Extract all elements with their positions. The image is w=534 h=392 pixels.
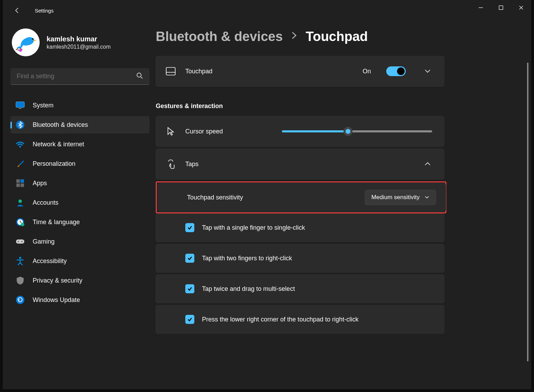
profile-email: kamlesh2011@gmail.com [47, 44, 111, 50]
svg-point-3 [19, 49, 22, 52]
option-label: Press the lower right corner of the touc… [202, 316, 358, 323]
taps-panel: Taps [156, 149, 444, 179]
search-input[interactable] [17, 73, 136, 80]
checkbox[interactable] [185, 284, 194, 293]
svg-point-4 [32, 38, 33, 40]
breadcrumb-current: Touchpad [306, 29, 368, 44]
nav-label: Accessibility [33, 258, 67, 265]
svg-rect-1 [499, 6, 503, 10]
svg-rect-14 [16, 183, 20, 187]
sidebar-item-bluetooth[interactable]: Bluetooth & devices [10, 116, 149, 133]
brush-icon [15, 159, 25, 169]
profile-name: kamlesh kumar [47, 35, 111, 43]
cursor-icon [166, 126, 176, 136]
maximize-button[interactable] [491, 0, 511, 15]
nav-label: Gaming [33, 238, 55, 245]
nav-label: Windows Update [33, 296, 80, 304]
svg-point-21 [18, 241, 19, 242]
breadcrumb-parent[interactable]: Bluetooth & devices [156, 29, 283, 44]
sidebar-item-system[interactable]: System [10, 97, 149, 114]
checkbox[interactable] [185, 315, 194, 324]
search-box[interactable] [10, 68, 149, 85]
window-title: Settings [35, 8, 54, 14]
sidebar-item-personalization[interactable]: Personalization [10, 155, 149, 172]
svg-point-24 [16, 296, 24, 304]
profile[interactable]: kamlesh kumar kamlesh2011@gmail.com [12, 28, 149, 56]
clock-icon [15, 217, 25, 227]
tap-option-row: Tap with two fingers to right-click [156, 244, 444, 272]
collapse-button[interactable] [421, 157, 434, 171]
nav-label: Time & language [33, 219, 80, 226]
touchpad-toggle[interactable] [386, 66, 406, 76]
svg-line-6 [141, 77, 143, 79]
sensitivity-dropdown[interactable]: Medium sensitivity [365, 190, 436, 205]
highlight-annotation: Touchpad sensitivity Medium sensitivity [156, 181, 446, 213]
svg-rect-13 [21, 179, 24, 183]
slider-thumb[interactable] [343, 127, 353, 136]
sensitivity-label: Touchpad sensitivity [187, 194, 357, 201]
svg-rect-7 [16, 102, 24, 107]
cursor-speed-panel: Cursor speed [156, 116, 444, 147]
sidebar-item-time[interactable]: Time & language [10, 213, 149, 231]
nav: System Bluetooth & devices Network & int… [10, 97, 149, 309]
cursor-speed-slider[interactable] [282, 130, 432, 132]
checkbox[interactable] [185, 254, 194, 263]
svg-point-11 [19, 146, 21, 148]
minimize-button[interactable] [471, 0, 491, 15]
accessibility-icon [15, 256, 25, 266]
nav-label: System [33, 102, 54, 109]
scrollbar[interactable] [527, 63, 528, 361]
back-button[interactable] [13, 6, 22, 15]
chevron-right-icon [291, 31, 297, 42]
option-label: Tap with a single finger to single-click [202, 224, 305, 231]
sidebar-item-network[interactable]: Network & internet [10, 136, 149, 153]
sidebar-item-accounts[interactable]: Accounts [10, 194, 149, 211]
sidebar-item-update[interactable]: Windows Update [10, 291, 149, 309]
system-icon [15, 100, 25, 110]
breadcrumb: Bluetooth & devices Touchpad [156, 29, 529, 44]
svg-rect-9 [19, 108, 22, 109]
nav-label: Privacy & security [33, 277, 82, 284]
option-label: Tap twice and drag to multi-select [202, 285, 295, 293]
sidebar-item-gaming[interactable]: Gaming [10, 233, 149, 250]
person-icon [15, 198, 25, 207]
tap-icon [166, 159, 176, 169]
tap-option-row: Tap twice and drag to multi-select [156, 275, 444, 303]
search-icon [136, 72, 143, 81]
svg-rect-12 [16, 179, 20, 183]
sidebar-item-privacy[interactable]: Privacy & security [10, 272, 149, 289]
svg-point-22 [21, 241, 23, 242]
sidebar-item-apps[interactable]: Apps [10, 174, 149, 192]
expand-button[interactable] [421, 65, 434, 78]
content: Bluetooth & devices Touchpad Touchpad On… [156, 21, 531, 389]
tap-option-row: Press the lower right corner of the touc… [156, 305, 444, 334]
nav-label: Network & internet [33, 141, 84, 148]
nav-label: Bluetooth & devices [33, 121, 88, 129]
svg-rect-15 [21, 183, 24, 187]
svg-rect-20 [16, 239, 24, 244]
nav-label: Apps [33, 180, 47, 187]
close-button[interactable] [511, 0, 531, 15]
svg-point-16 [18, 199, 22, 203]
option-label: Tap with two fingers to right-click [202, 255, 292, 262]
avatar [12, 28, 40, 56]
sidebar-item-accessibility[interactable]: Accessibility [10, 252, 149, 270]
touchpad-label: Touchpad [185, 68, 353, 75]
update-icon [15, 295, 25, 305]
cursor-speed-label: Cursor speed [185, 128, 272, 135]
titlebar: Settings [3, 0, 531, 21]
svg-point-5 [137, 73, 141, 77]
gamepad-icon [15, 237, 25, 246]
touchpad-icon [166, 67, 176, 75]
shield-icon [15, 276, 25, 285]
svg-rect-25 [166, 67, 175, 75]
wifi-icon [15, 139, 25, 149]
sensitivity-row: Touchpad sensitivity Medium sensitivity [157, 183, 446, 212]
checkbox[interactable] [185, 223, 194, 232]
chevron-down-icon [424, 196, 429, 199]
svg-point-19 [21, 223, 24, 226]
sidebar: kamlesh kumar kamlesh2011@gmail.com Syst… [3, 21, 156, 389]
toggle-state: On [363, 68, 371, 75]
svg-point-23 [19, 257, 21, 259]
tap-option-row: Tap with a single finger to single-click [156, 213, 444, 242]
